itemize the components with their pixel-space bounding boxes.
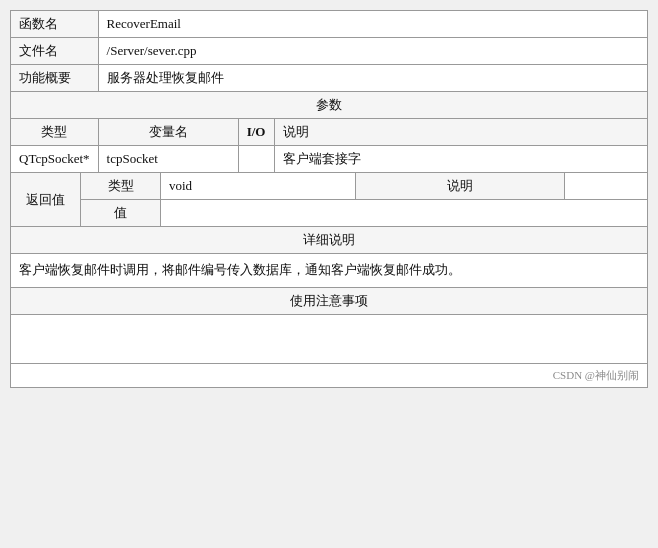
- label-function-name: 函数名: [11, 11, 99, 38]
- row-params-section: 参数: [11, 92, 648, 119]
- ret-desc-value: [565, 173, 648, 200]
- value-function-summary: 服务器处理恢复邮件: [98, 65, 647, 92]
- header-desc: 说明: [274, 119, 647, 146]
- label-return-2: 返回值: [11, 173, 81, 227]
- header-type: 类型: [11, 119, 99, 146]
- ret-col-desc-header: 说明: [356, 173, 565, 200]
- row-usage-content: [11, 314, 648, 363]
- param1-desc: 客户端套接字: [274, 146, 647, 173]
- row-params-header: 类型 变量名 I/O 说明: [11, 119, 648, 146]
- label-file-name: 文件名: [11, 38, 99, 65]
- label-function-summary: 功能概要: [11, 65, 99, 92]
- row-usage-header: 使用注意事项: [11, 287, 648, 314]
- value-function-name: RecoverEmail: [98, 11, 647, 38]
- usage-section-header: 使用注意事项: [11, 287, 648, 314]
- param1-io: [238, 146, 274, 173]
- row-param-1: QTcpSocket* tcpSocket 客户端套接字: [11, 146, 648, 173]
- row-return-value: 值: [11, 200, 648, 227]
- row-return-type-header: 返回值 类型 void 说明: [11, 173, 648, 200]
- return-table: 返回值 类型 void 说明 值: [10, 172, 648, 227]
- ret-col-type: 类型: [81, 173, 161, 200]
- ret-value: [161, 200, 648, 227]
- header-varname: 变量名: [98, 119, 238, 146]
- params-section-header: 参数: [11, 92, 648, 119]
- row-file-name: 文件名 /Server/sever.cpp: [11, 38, 648, 65]
- detail-section-header: 详细说明: [11, 227, 648, 254]
- value-file-name: /Server/sever.cpp: [98, 38, 647, 65]
- function-table: 函数名 RecoverEmail 文件名 /Server/sever.cpp 功…: [10, 10, 648, 173]
- row-function-name: 函数名 RecoverEmail: [11, 11, 648, 38]
- row-detail-header: 详细说明: [11, 227, 648, 254]
- main-container: 函数名 RecoverEmail 文件名 /Server/sever.cpp 功…: [10, 10, 648, 388]
- footer-note: CSDN @神仙别闹: [10, 364, 648, 388]
- header-io: I/O: [238, 119, 274, 146]
- param1-type: QTcpSocket*: [11, 146, 99, 173]
- row-function-summary: 功能概要 服务器处理恢复邮件: [11, 65, 648, 92]
- row-detail-text: 客户端恢复邮件时调用，将邮件编号传入数据库，通知客户端恢复邮件成功。: [11, 254, 648, 288]
- detail-table: 详细说明 客户端恢复邮件时调用，将邮件编号传入数据库，通知客户端恢复邮件成功。 …: [10, 226, 648, 364]
- detail-content: 客户端恢复邮件时调用，将邮件编号传入数据库，通知客户端恢复邮件成功。: [11, 254, 648, 288]
- ret-col-value-label: 值: [81, 200, 161, 227]
- usage-content: [11, 314, 648, 363]
- param1-varname: tcpSocket: [98, 146, 238, 173]
- ret-type-value: void: [161, 173, 356, 200]
